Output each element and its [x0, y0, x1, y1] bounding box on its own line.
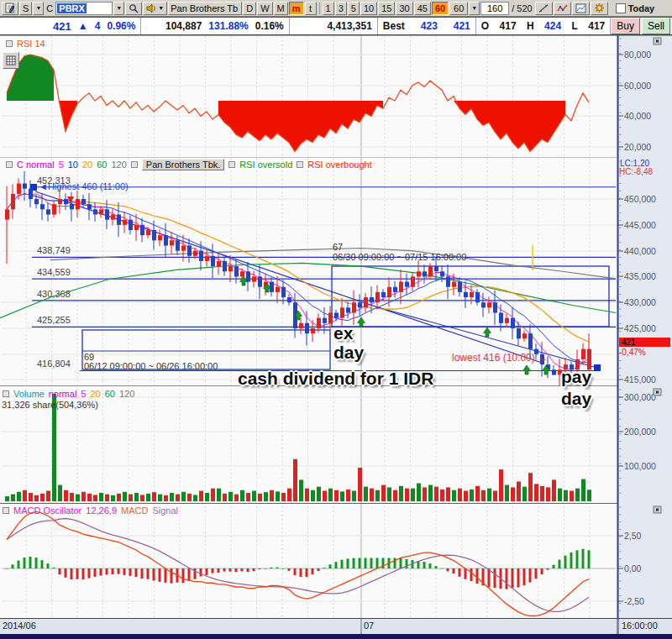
endpoint-marker	[594, 364, 601, 371]
period-button-D[interactable]: D	[243, 2, 256, 15]
level-label: 430,368	[37, 289, 71, 299]
axis-label: 20,000	[624, 142, 651, 152]
last-price: 421	[53, 20, 71, 33]
order-buttons: Buy Sell	[611, 18, 672, 34]
axis-label: 80,000	[624, 50, 651, 60]
best-label: Best	[383, 20, 405, 32]
stock-name-box: Pan Brothers Tb	[168, 2, 242, 15]
axis-label: 415,000	[624, 374, 656, 385]
s-mode-button[interactable]: S	[19, 2, 32, 15]
data-grid-glyph	[6, 55, 16, 65]
axis-label: 300,000	[624, 392, 656, 402]
buy-button[interactable]: Buy	[611, 18, 640, 34]
axis-label: 425,000	[624, 323, 656, 333]
indicator-tool-glyph	[557, 3, 568, 13]
axis-label: -2,50	[624, 596, 644, 606]
minute-button-30[interactable]: 30	[396, 2, 412, 15]
level-label: 425,255	[37, 315, 71, 325]
volume-ratio: 131.88%	[208, 20, 248, 32]
trade-value: 4,413,351	[327, 20, 371, 32]
level-label: 416,804	[37, 359, 71, 369]
s-mode-dropdown[interactable]: ▼	[33, 2, 44, 15]
minute-button-60[interactable]: 60	[432, 2, 449, 15]
symbol-input[interactable]: PBRX	[55, 2, 113, 15]
axis-label: 445,000	[624, 220, 656, 230]
minute-combo[interactable]: 60	[449, 2, 468, 15]
axis-label: 100,000	[624, 461, 656, 471]
period-button-group: DWMmt	[243, 2, 316, 15]
minute-combo-dropdown[interactable]: ▼	[469, 2, 480, 15]
bars-count-input[interactable]: 160	[480, 2, 509, 15]
axis-label: 60,000	[624, 81, 651, 91]
chart-image-glyph	[575, 3, 586, 13]
axis-label: 450,000	[624, 194, 656, 204]
speaker-icon-glyph	[146, 3, 158, 13]
quote-best-cell: Best 423 421	[378, 18, 476, 34]
minute-button-10[interactable]: 10	[360, 2, 377, 15]
search-icon-glyph	[129, 3, 139, 13]
axis-label: 200,000	[624, 427, 656, 437]
high-value: 424	[544, 20, 561, 32]
symbol-dropdown[interactable]: ▼	[113, 2, 124, 15]
axis-label: 2,50	[624, 531, 642, 541]
best-ask: 423	[421, 20, 438, 32]
open-label: O	[481, 20, 489, 32]
price-change: 4	[95, 20, 101, 32]
minute-button-45[interactable]: 45	[414, 2, 431, 15]
price-change-pct: 0.96%	[107, 20, 135, 32]
quote-bar: 421 ▲ 4 0.96% 104,887 131.88% 0.16% 4,41…	[0, 17, 672, 35]
minute-button-3[interactable]: 3	[335, 2, 347, 15]
chart-image-icon[interactable]	[572, 2, 590, 15]
axis-label: 40,000	[624, 111, 651, 121]
axis-label: 430,000	[624, 297, 656, 307]
quote-value-cell: 4,413,351	[290, 18, 378, 34]
settings-gear-icon[interactable]	[591, 2, 608, 15]
notes-icon[interactable]	[2, 2, 18, 15]
minute-button-1[interactable]: 1	[323, 2, 334, 15]
trendline-tool-icon[interactable]	[535, 2, 553, 15]
quote-price-cell: 421 ▲ 4 0.96%	[0, 18, 141, 34]
today-label: Today	[628, 3, 655, 13]
indicator-tool-icon[interactable]	[554, 2, 571, 15]
period-button-t[interactable]: t	[305, 2, 317, 15]
level-label: 434,559	[37, 267, 71, 277]
toolbar-separator	[319, 3, 320, 14]
best-bid: 421	[454, 20, 470, 32]
trendline-tool-glyph	[538, 3, 549, 13]
chart-canvas[interactable]: 452,313438,749434,559430,368425,255416,8…	[0, 0, 672, 639]
speaker-icon[interactable]: ▼	[143, 2, 167, 15]
volume-value: 104,887	[165, 20, 202, 32]
level-label: 438,749	[37, 245, 71, 255]
c-label: C	[45, 3, 55, 13]
period-button-M[interactable]: M	[274, 2, 288, 15]
low-value: 417	[588, 20, 605, 32]
period-button-m[interactable]: m	[289, 2, 304, 15]
axis-label: 435,000	[624, 271, 656, 281]
search-icon[interactable]	[125, 2, 142, 15]
quote-volume-cell: 104,887 131.88% 0.16%	[141, 18, 289, 34]
notes-icon-glyph	[5, 3, 15, 13]
toolbar: S ▼ C PBRX ▼ ▼ Pan Brothers Tb DWMmt 135…	[0, 0, 672, 17]
minute-button-5[interactable]: 5	[348, 2, 360, 15]
bars-total-label: / 520	[510, 3, 533, 13]
axis-label: 0,00	[624, 563, 642, 574]
symbol-text: PBRX	[57, 3, 87, 13]
high-label: H	[527, 20, 534, 32]
minute-button-group: 1351015304560	[323, 2, 449, 15]
today-checkbox-box[interactable]	[616, 3, 626, 13]
sell-button[interactable]: Sell	[642, 18, 670, 34]
quote-ohl-cell: O417 H424 L417	[476, 18, 612, 34]
trading-app-window: S ▼ C PBRX ▼ ▼ Pan Brothers Tb DWMmt 135…	[0, 0, 672, 639]
minute-button-15[interactable]: 15	[378, 2, 395, 15]
up-arrow-icon: ▲	[78, 20, 88, 32]
axis-label: 440,000	[624, 246, 656, 256]
today-checkbox[interactable]: Today	[616, 3, 655, 13]
period-button-W[interactable]: W	[257, 2, 272, 15]
last-pct-tag: -0,47%	[619, 348, 646, 357]
settings-gear-glyph	[594, 3, 605, 13]
low-label: L	[571, 20, 577, 32]
data-grid-icon[interactable]	[3, 52, 19, 69]
level-label: 452,313	[37, 175, 71, 186]
turnover-pct: 0.16%	[255, 20, 284, 32]
open-value: 417	[500, 20, 517, 32]
